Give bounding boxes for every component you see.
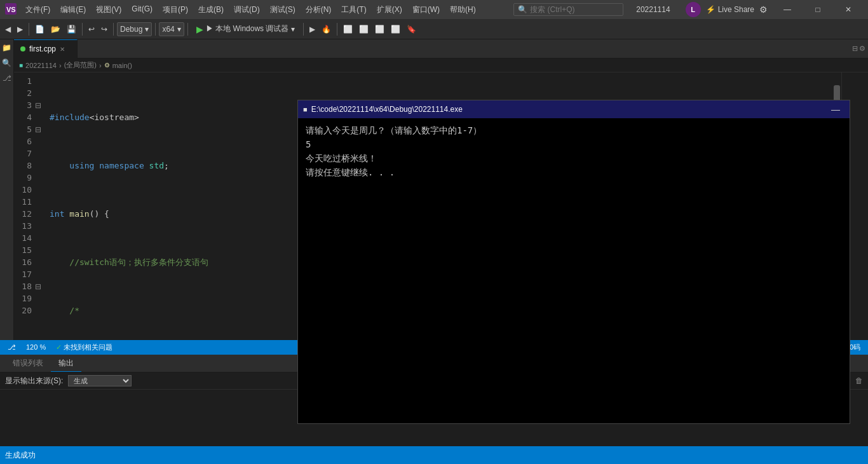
line-number-20: 20 xyxy=(14,306,34,315)
breadcrumb-function[interactable]: main() xyxy=(112,62,132,69)
check-icon: ✓ xyxy=(56,343,62,351)
gutter-line-19: 19 xyxy=(14,292,46,304)
bookmark-button[interactable]: 🔖 xyxy=(404,24,419,35)
console-window: ■ E:\code\20221114\x64\Debug\20221114.ex… xyxy=(297,100,850,424)
output-source-select[interactable]: 生成 xyxy=(68,375,132,386)
split-editor-button[interactable]: ⊟ xyxy=(852,44,858,53)
menu-window[interactable]: 窗口(W) xyxy=(407,3,445,17)
search-box[interactable]: 🔍 xyxy=(513,3,623,16)
func-main: main xyxy=(69,208,89,220)
toolbar-separator-6 xyxy=(303,23,304,36)
activity-explorer[interactable]: 📁 xyxy=(1,42,13,53)
menu-test[interactable]: 测试(S) xyxy=(265,3,301,17)
search-input[interactable] xyxy=(530,5,619,14)
activity-search[interactable]: 🔍 xyxy=(1,57,13,69)
branch-icon: ⎇ xyxy=(8,343,16,351)
run-label: ▶ 本地 Windows 调试器 xyxy=(206,24,289,34)
error-status[interactable]: ✓ 未找到相关问题 xyxy=(53,343,115,352)
open-button[interactable]: 📂 xyxy=(48,24,63,35)
breadcrumb-project[interactable]: 20221114 xyxy=(25,62,57,69)
undo-button[interactable]: ↩ xyxy=(86,24,97,35)
gutter-line-13: 13 xyxy=(14,220,46,232)
menu-build[interactable]: 生成(B) xyxy=(193,3,229,17)
clear-output-button[interactable]: 🗑 xyxy=(855,376,863,385)
menu-view[interactable]: 视图(V) xyxy=(91,3,126,17)
run-button[interactable]: ▶ ▶ 本地 Windows 调试器 ▾ xyxy=(191,22,301,36)
line-number-6: 6 xyxy=(14,137,34,146)
save-button[interactable]: 💾 xyxy=(64,24,79,35)
keyword-using: using xyxy=(69,160,94,172)
platform-combo[interactable]: x64 ▾ xyxy=(159,22,184,36)
gutter-line-11: 11 xyxy=(14,196,46,208)
namespace-std: std xyxy=(149,160,164,172)
tab-close-icon[interactable]: ✕ xyxy=(60,46,65,53)
menu-file[interactable]: 文件(F) xyxy=(20,3,55,17)
line-number-10: 10 xyxy=(14,185,34,194)
close-button[interactable]: ✕ xyxy=(834,0,863,19)
output-source-label: 显示输出来源(S): xyxy=(5,376,63,386)
line-number-12: 12 xyxy=(14,209,34,219)
line-number-18: 18 xyxy=(14,282,34,291)
menu-debug[interactable]: 调试(D) xyxy=(229,3,265,17)
live-share-button[interactable]: ⚡ Live Share xyxy=(706,5,754,14)
new-file-button[interactable]: 📄 xyxy=(32,24,47,35)
maximize-button[interactable]: □ xyxy=(803,0,832,19)
menu-git[interactable]: Git(G) xyxy=(126,3,158,17)
zoom-label: 120 % xyxy=(26,343,46,351)
console-titlebar: ■ E:\code\20221114\x64\Debug\20221114.ex… xyxy=(298,100,850,118)
more-tabs-button[interactable]: ⚙ xyxy=(859,44,865,53)
window-controls: — □ ✕ xyxy=(773,0,863,19)
menu-tools[interactable]: 工具(T) xyxy=(336,3,371,17)
tab-first-cpp[interactable]: first.cpp ✕ xyxy=(14,39,78,58)
title-bar: VS 文件(F) 编辑(E) 视图(V) Git(G) 项目(P) 生成(B) … xyxy=(0,0,868,19)
breadcrumb-scope[interactable]: (全局范围) xyxy=(64,60,97,70)
activity-source-control[interactable]: ⎇ xyxy=(1,72,13,84)
debug-config-combo[interactable]: Debug ▾ xyxy=(117,22,152,36)
back-button[interactable]: ◀ xyxy=(3,24,13,35)
redo-button[interactable]: ↪ xyxy=(98,24,110,35)
gutter-line-16: 16 xyxy=(14,256,46,268)
forward-button[interactable]: ▶ xyxy=(15,24,25,35)
toolbar-separator-5 xyxy=(187,23,188,36)
line-number-5: 5 xyxy=(14,125,34,134)
gutter-line-1: 1 xyxy=(14,75,46,87)
user-avatar[interactable]: L xyxy=(686,2,701,17)
menu-project[interactable]: 项目(P) xyxy=(158,3,193,17)
breakpoint-button[interactable]: ⬜ xyxy=(341,24,355,35)
line-number-1: 1 xyxy=(14,76,34,86)
source-control-status[interactable]: ⎇ xyxy=(5,343,18,351)
menu-analyze[interactable]: 分析(N) xyxy=(301,3,337,17)
gutter: 1 2 3⊟ 4 5⊟ 6 7 8 9 10 11 12 13 14 15 xyxy=(14,72,46,340)
search-icon: 🔍 xyxy=(518,5,527,14)
menu-extensions[interactable]: 扩展(X) xyxy=(372,3,407,17)
breadcrumb-sep-1: › xyxy=(59,62,62,69)
tab-dot xyxy=(20,46,25,51)
comment-5: /* xyxy=(50,304,79,317)
minimize-button[interactable]: — xyxy=(773,0,802,19)
tab-errors[interactable]: 错误列表 xyxy=(5,355,51,371)
toolbar-separator-4 xyxy=(155,23,156,36)
tab-output[interactable]: 输出 xyxy=(51,355,81,372)
line-number-15: 15 xyxy=(14,245,34,255)
platform-label: x64 xyxy=(162,25,174,34)
step-over-button[interactable]: ⬜ xyxy=(356,24,371,35)
step-in-button[interactable]: ⬜ xyxy=(372,24,387,35)
step-out-button[interactable]: ⬜ xyxy=(388,24,403,35)
gutter-line-17: 17 xyxy=(14,268,46,280)
breadcrumb-icon: ■ xyxy=(19,62,23,69)
gutter-line-4: 4 xyxy=(14,111,46,123)
run-dropdown-arrow: ▾ xyxy=(291,25,295,34)
menu-help[interactable]: 帮助(H) xyxy=(445,3,481,17)
zoom-level[interactable]: 120 % xyxy=(24,343,48,351)
fire-button[interactable]: 🔥 xyxy=(319,24,334,35)
console-line-3: 今天吃过桥米线！ xyxy=(306,151,842,165)
console-close-button[interactable]: — xyxy=(827,100,844,118)
run-arrow-button[interactable]: ▶ xyxy=(307,24,318,35)
back-icon: ◀ xyxy=(5,25,11,34)
settings-icon[interactable]: ⚙ xyxy=(759,4,768,15)
menu-edit[interactable]: 编辑(E) xyxy=(55,3,91,17)
line-number-13: 13 xyxy=(14,221,34,231)
line-number-4: 4 xyxy=(14,113,34,122)
gutter-line-8: 8 xyxy=(14,160,46,172)
console-line-2: 5 xyxy=(306,137,842,151)
